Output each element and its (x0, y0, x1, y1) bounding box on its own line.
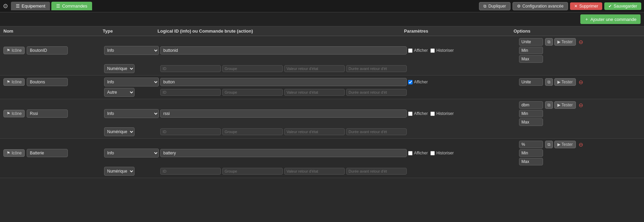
afficher-checkbox-1[interactable] (408, 48, 413, 53)
type-select-1[interactable]: Info Action (104, 46, 159, 55)
sub-groupe-1[interactable] (222, 65, 283, 72)
copy-button-2[interactable]: ⧉ (545, 78, 553, 86)
logical-id-cell-2 (160, 78, 407, 86)
tester-button-2[interactable]: ▶ Tester (554, 78, 576, 86)
dupliquer-button[interactable]: ⧉ Dupliquer (479, 2, 510, 10)
tab-commandes[interactable]: ☰ Commandes (51, 2, 92, 10)
sub-duree-1[interactable] (346, 65, 407, 72)
name-input-2[interactable] (27, 78, 68, 86)
tab-equipement[interactable]: ☰ Equipement (11, 2, 50, 10)
sub-id-2[interactable] (160, 89, 221, 96)
params-cell-3: Afficher Historiser (408, 111, 518, 116)
remove-button-3[interactable]: ⊖ (577, 102, 584, 108)
remove-button-1[interactable]: ⊖ (577, 39, 584, 45)
sub-id-4[interactable] (160, 168, 221, 175)
historiser-checkbox-1[interactable] (430, 48, 435, 53)
subtype-select-1[interactable]: Numérique Autre Binaire (104, 64, 135, 73)
type-select-2[interactable]: Info Action (104, 78, 159, 86)
min-input-4[interactable] (519, 149, 543, 157)
flag-icon-4: ⚑ (7, 151, 10, 155)
max-input-4[interactable] (519, 158, 543, 165)
options-cell-4: ⧉ ▶ Tester ⊖ (519, 141, 641, 165)
historiser-label-1[interactable]: Historiser (430, 48, 454, 53)
afficher-label-1[interactable]: Afficher (408, 48, 428, 53)
header-parametres: Paramètres (404, 28, 514, 34)
afficher-label-2[interactable]: Afficher (408, 80, 428, 84)
copy-button-4[interactable]: ⧉ (545, 141, 553, 148)
type-select-4[interactable]: Info Action (104, 149, 159, 157)
sub-groupe-4[interactable] (222, 168, 283, 175)
sub-valeur-3[interactable] (284, 128, 345, 135)
historiser-checkbox-4[interactable] (430, 151, 435, 155)
config-avancee-button[interactable]: ⚙ Configuration avancée (513, 2, 568, 10)
sub-id-1[interactable] (160, 65, 221, 72)
brand-icon[interactable]: ⚙ (3, 2, 8, 10)
unite-input-2[interactable] (519, 78, 543, 86)
afficher-label-3[interactable]: Afficher (408, 111, 428, 116)
name-input-4[interactable] (27, 149, 68, 157)
afficher-checkbox-3[interactable] (408, 112, 413, 116)
sub-valeur-4[interactable] (284, 168, 345, 175)
subtype-select-3[interactable]: Numérique Autre Binaire (104, 127, 135, 136)
historiser-checkbox-3[interactable] (430, 112, 435, 116)
options-cell-2: ⧉ ▶ Tester ⊖ (519, 78, 641, 86)
tester-icon-3: ▶ (557, 103, 560, 107)
sub-groupe-2[interactable] (222, 89, 283, 96)
name-input-1[interactable] (27, 46, 68, 55)
historiser-label-3[interactable]: Historiser (430, 111, 454, 116)
logical-id-input-3[interactable] (160, 109, 407, 118)
flag-icon-1: ⚑ (7, 48, 10, 53)
command-row-4: ⚑ Icône Info Action Afficher (0, 139, 644, 178)
logical-id-input-4[interactable] (160, 149, 407, 157)
afficher-checkbox-2[interactable] (408, 80, 413, 84)
afficher-label-4[interactable]: Afficher (408, 151, 428, 155)
subtype-select-2[interactable]: Autre Numérique Binaire (104, 88, 135, 97)
type-cell-4: Info Action (104, 149, 159, 157)
copy-button-1[interactable]: ⧉ (545, 38, 553, 46)
max-input-3[interactable] (519, 118, 543, 126)
tester-button-4[interactable]: ▶ Tester (554, 141, 576, 148)
copy-button-3[interactable]: ⧉ (545, 101, 553, 109)
sauvegarder-button[interactable]: ✔ Sauvegarder (604, 2, 641, 10)
icone-button-3[interactable]: ⚑ Icône (3, 110, 25, 117)
historiser-label-4[interactable]: Historiser (430, 151, 454, 155)
header-logical-id: Logical ID (info) ou Commande brute (act… (157, 28, 404, 34)
sub-duree-4[interactable] (346, 168, 407, 175)
supprimer-button[interactable]: ✕ Supprimer (570, 2, 602, 10)
logical-id-input-2[interactable] (160, 78, 407, 86)
sub-id-3[interactable] (160, 128, 221, 135)
unite-input-1[interactable] (519, 38, 543, 46)
tester-icon-1: ▶ (557, 39, 560, 44)
tester-button-1[interactable]: ▶ Tester (554, 38, 576, 46)
type-select-3[interactable]: Info Action (104, 109, 159, 118)
nom-cell-4: ⚑ Icône (3, 149, 103, 157)
sub-valeur-1[interactable] (284, 65, 345, 72)
tester-icon-2: ▶ (557, 80, 560, 84)
min-input-1[interactable] (519, 47, 543, 54)
max-input-1[interactable] (519, 55, 543, 63)
remove-button-4[interactable]: ⊖ (577, 141, 584, 148)
header-nom: Nom (3, 28, 103, 34)
sub-duree-3[interactable] (346, 128, 407, 135)
name-input-3[interactable] (27, 109, 68, 118)
unite-input-3[interactable] (519, 101, 543, 109)
tester-button-3[interactable]: ▶ Tester (554, 101, 576, 109)
remove-button-2[interactable]: ⊖ (577, 79, 584, 85)
sub-duree-2[interactable] (346, 89, 407, 96)
tester-icon-4: ▶ (557, 142, 560, 147)
icone-button-4[interactable]: ⚑ Icône (3, 149, 25, 157)
add-commande-button[interactable]: ＋ Ajouter une commande (580, 14, 641, 24)
icone-button-2[interactable]: ⚑ Icône (3, 78, 25, 86)
min-input-3[interactable] (519, 110, 543, 117)
tab-commandes-label: Commandes (62, 3, 87, 9)
commands-area: ⚑ Icône Info Action Afficher (0, 36, 644, 178)
sub-valeur-2[interactable] (284, 89, 345, 96)
unite-input-4[interactable] (519, 141, 543, 148)
afficher-checkbox-4[interactable] (408, 151, 413, 155)
icone-button-1[interactable]: ⚑ Icône (3, 47, 25, 54)
subtype-select-4[interactable]: Numérique Autre Binaire (104, 167, 135, 176)
table-header: Nom Type Logical ID (info) ou Commande b… (0, 26, 644, 36)
logical-id-input-1[interactable] (160, 46, 407, 55)
tab-equipement-label: Equipement (22, 3, 45, 9)
sub-groupe-3[interactable] (222, 128, 283, 135)
